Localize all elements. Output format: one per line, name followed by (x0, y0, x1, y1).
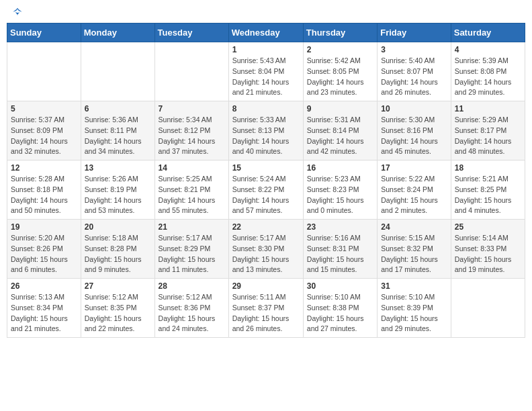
calendar-cell: 25Sunrise: 5:14 AM Sunset: 8:33 PM Dayli… (451, 220, 525, 279)
calendar-cell: 29Sunrise: 5:11 AM Sunset: 8:37 PM Dayli… (228, 279, 303, 338)
calendar-cell: 4Sunrise: 5:39 AM Sunset: 8:08 PM Daylig… (451, 42, 525, 101)
day-number: 1 (232, 45, 300, 54)
day-number: 29 (232, 281, 300, 291)
day-info: Sunrise: 5:10 AM Sunset: 8:38 PM Dayligh… (307, 292, 373, 334)
day-info: Sunrise: 5:23 AM Sunset: 8:23 PM Dayligh… (307, 174, 373, 216)
day-info: Sunrise: 5:15 AM Sunset: 8:32 PM Dayligh… (381, 233, 447, 275)
calendar-cell: 30Sunrise: 5:10 AM Sunset: 8:38 PM Dayli… (303, 279, 377, 338)
calendar-cell (7, 42, 81, 101)
day-info: Sunrise: 5:34 AM Sunset: 8:12 PM Dayligh… (159, 115, 225, 157)
column-header-wednesday: Wednesday (228, 24, 303, 42)
day-info: Sunrise: 5:16 AM Sunset: 8:31 PM Dayligh… (307, 233, 373, 275)
calendar-cell: 21Sunrise: 5:17 AM Sunset: 8:29 PM Dayli… (154, 220, 228, 279)
calendar-cell: 1Sunrise: 5:43 AM Sunset: 8:04 PM Daylig… (228, 42, 303, 101)
day-info: Sunrise: 5:22 AM Sunset: 8:24 PM Dayligh… (381, 174, 447, 216)
calendar-cell: 3Sunrise: 5:40 AM Sunset: 8:07 PM Daylig… (378, 42, 451, 101)
day-number: 8 (232, 104, 300, 113)
calendar-cell: 31Sunrise: 5:10 AM Sunset: 8:39 PM Dayli… (378, 279, 451, 338)
day-number: 25 (455, 222, 521, 232)
day-info: Sunrise: 5:36 AM Sunset: 8:11 PM Dayligh… (85, 115, 151, 157)
day-info: Sunrise: 5:28 AM Sunset: 8:18 PM Dayligh… (11, 174, 77, 216)
day-info: Sunrise: 5:37 AM Sunset: 8:09 PM Dayligh… (11, 115, 77, 157)
day-info: Sunrise: 5:12 AM Sunset: 8:36 PM Dayligh… (159, 292, 225, 334)
day-info: Sunrise: 5:21 AM Sunset: 8:25 PM Dayligh… (455, 174, 521, 216)
day-number: 28 (159, 281, 225, 291)
calendar-cell: 14Sunrise: 5:25 AM Sunset: 8:21 PM Dayli… (154, 161, 228, 220)
column-header-friday: Friday (378, 24, 451, 42)
day-number: 20 (85, 222, 151, 232)
calendar-cell: 18Sunrise: 5:21 AM Sunset: 8:25 PM Dayli… (451, 161, 525, 220)
calendar-cell: 12Sunrise: 5:28 AM Sunset: 8:18 PM Dayli… (7, 161, 81, 220)
day-number: 2 (307, 45, 373, 54)
day-number: 9 (307, 104, 373, 113)
day-number: 31 (381, 281, 447, 291)
calendar-week-row: 26Sunrise: 5:13 AM Sunset: 8:34 PM Dayli… (7, 279, 525, 338)
day-info: Sunrise: 5:29 AM Sunset: 8:17 PM Dayligh… (455, 115, 521, 157)
day-info: Sunrise: 5:14 AM Sunset: 8:33 PM Dayligh… (455, 233, 521, 275)
calendar-cell: 13Sunrise: 5:26 AM Sunset: 8:19 PM Dayli… (81, 161, 154, 220)
column-header-tuesday: Tuesday (154, 24, 228, 42)
calendar-cell: 5Sunrise: 5:37 AM Sunset: 8:09 PM Daylig… (7, 101, 81, 161)
day-number: 21 (159, 222, 225, 232)
day-info: Sunrise: 5:26 AM Sunset: 8:19 PM Dayligh… (85, 174, 151, 216)
day-info: Sunrise: 5:10 AM Sunset: 8:39 PM Dayligh… (381, 292, 447, 334)
column-header-saturday: Saturday (451, 24, 525, 42)
calendar-cell (451, 279, 525, 338)
calendar-cell: 15Sunrise: 5:24 AM Sunset: 8:22 PM Dayli… (228, 161, 303, 220)
calendar-cell: 6Sunrise: 5:36 AM Sunset: 8:11 PM Daylig… (81, 101, 154, 161)
day-number: 6 (85, 104, 151, 113)
day-number: 10 (381, 104, 447, 113)
day-number: 24 (381, 222, 447, 232)
calendar-cell: 24Sunrise: 5:15 AM Sunset: 8:32 PM Dayli… (378, 220, 451, 279)
column-header-sunday: Sunday (7, 24, 81, 42)
day-number: 5 (11, 104, 77, 113)
calendar-cell: 19Sunrise: 5:20 AM Sunset: 8:26 PM Dayli… (7, 220, 81, 279)
logo (9, 7, 24, 17)
day-number: 27 (85, 281, 151, 291)
day-info: Sunrise: 5:40 AM Sunset: 8:07 PM Dayligh… (381, 56, 447, 98)
calendar-cell: 10Sunrise: 5:30 AM Sunset: 8:16 PM Dayli… (378, 101, 451, 161)
calendar-week-row: 19Sunrise: 5:20 AM Sunset: 8:26 PM Dayli… (7, 220, 525, 279)
calendar-week-row: 5Sunrise: 5:37 AM Sunset: 8:09 PM Daylig… (7, 101, 525, 161)
day-info: Sunrise: 5:43 AM Sunset: 8:04 PM Dayligh… (232, 56, 300, 98)
calendar-week-row: 12Sunrise: 5:28 AM Sunset: 8:18 PM Dayli… (7, 161, 525, 220)
day-number: 15 (232, 163, 300, 173)
day-info: Sunrise: 5:13 AM Sunset: 8:34 PM Dayligh… (11, 292, 77, 334)
calendar-cell: 20Sunrise: 5:18 AM Sunset: 8:28 PM Dayli… (81, 220, 154, 279)
calendar-cell (81, 42, 154, 101)
calendar-cell: 11Sunrise: 5:29 AM Sunset: 8:17 PM Dayli… (451, 101, 525, 161)
calendar-cell: 17Sunrise: 5:22 AM Sunset: 8:24 PM Dayli… (378, 161, 451, 220)
day-info: Sunrise: 5:33 AM Sunset: 8:13 PM Dayligh… (232, 115, 300, 157)
day-number: 18 (455, 163, 521, 173)
calendar-week-row: 1Sunrise: 5:43 AM Sunset: 8:04 PM Daylig… (7, 42, 525, 101)
day-info: Sunrise: 5:17 AM Sunset: 8:30 PM Dayligh… (232, 233, 300, 275)
day-info: Sunrise: 5:24 AM Sunset: 8:22 PM Dayligh… (232, 174, 300, 216)
day-number: 19 (11, 222, 77, 232)
logo-bird-icon (11, 7, 24, 20)
calendar-header-row: SundayMondayTuesdayWednesdayThursdayFrid… (7, 24, 525, 42)
day-number: 3 (381, 45, 447, 54)
calendar-cell: 23Sunrise: 5:16 AM Sunset: 8:31 PM Dayli… (303, 220, 377, 279)
calendar-cell: 27Sunrise: 5:12 AM Sunset: 8:35 PM Dayli… (81, 279, 154, 338)
day-number: 11 (455, 104, 521, 113)
header (7, 7, 525, 17)
day-info: Sunrise: 5:30 AM Sunset: 8:16 PM Dayligh… (381, 115, 447, 157)
day-number: 14 (159, 163, 225, 173)
day-number: 17 (381, 163, 447, 173)
day-info: Sunrise: 5:11 AM Sunset: 8:37 PM Dayligh… (232, 292, 300, 334)
day-number: 7 (159, 104, 225, 113)
day-number: 4 (455, 45, 521, 54)
calendar-cell: 16Sunrise: 5:23 AM Sunset: 8:23 PM Dayli… (303, 161, 377, 220)
day-number: 26 (11, 281, 77, 291)
day-number: 22 (232, 222, 300, 232)
calendar-cell: 8Sunrise: 5:33 AM Sunset: 8:13 PM Daylig… (228, 101, 303, 161)
day-number: 12 (11, 163, 77, 173)
calendar-table: SundayMondayTuesdayWednesdayThursdayFrid… (7, 23, 525, 338)
day-number: 13 (85, 163, 151, 173)
calendar-cell: 9Sunrise: 5:31 AM Sunset: 8:14 PM Daylig… (303, 101, 377, 161)
calendar-cell (154, 42, 228, 101)
calendar-cell: 2Sunrise: 5:42 AM Sunset: 8:05 PM Daylig… (303, 42, 377, 101)
day-info: Sunrise: 5:20 AM Sunset: 8:26 PM Dayligh… (11, 233, 77, 275)
day-number: 30 (307, 281, 373, 291)
calendar-cell: 26Sunrise: 5:13 AM Sunset: 8:34 PM Dayli… (7, 279, 81, 338)
